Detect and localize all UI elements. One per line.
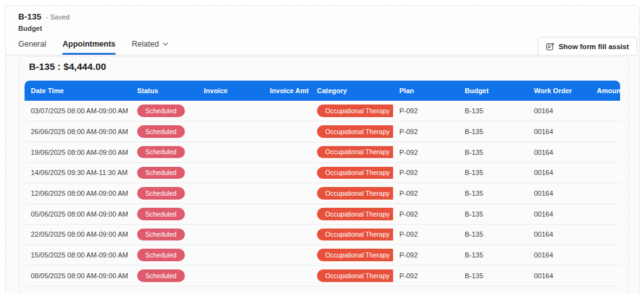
column-header-invoice-amt[interactable]: Invoice Amt (264, 81, 311, 101)
cell-amount (591, 224, 620, 245)
cell-budget: B-135 (458, 245, 528, 266)
cell-work-order: 00164 (528, 266, 591, 286)
cell-date-time: 14/06/2025 09:30 AM-11:30 AM (25, 162, 131, 183)
cell-plan: P-092 (393, 245, 458, 266)
status-badge: Scheduled (137, 125, 185, 138)
cell-date-time: 05/06/2025 08:00 AM-09:00 AM (25, 203, 131, 224)
column-header-budget[interactable]: Budget (458, 81, 528, 101)
status-badge: Scheduled (137, 249, 185, 261)
category-badge: Occupational Therapy (317, 269, 393, 282)
cell-invoice (197, 101, 264, 122)
column-header-work-order[interactable]: Work Order (528, 81, 591, 101)
category-badge: Occupational Therapy (317, 249, 393, 261)
cell-work-order: 00164 (528, 203, 591, 224)
category-badge: Occupational Therapy (317, 125, 393, 138)
cell-category: Occupational Therapy (311, 101, 393, 122)
column-header-date-time[interactable]: Date Time (25, 81, 131, 101)
table-row[interactable]: 22/05/2025 08:00 AM-09:00 AM Scheduled O… (25, 224, 620, 245)
tab-general-label: General (18, 40, 46, 48)
cell-date-time: 15/05/2025 08:00 AM-09:00 AM (25, 245, 131, 266)
cell-invoice (197, 162, 264, 183)
table-row[interactable]: 26/06/2025 08:00 AM-09:00 AM Scheduled O… (25, 122, 620, 142)
table-row[interactable]: 15/05/2025 08:00 AM-09:00 AM Scheduled O… (25, 245, 620, 266)
table-row[interactable]: 12/06/2025 08:00 AM-09:00 AM Scheduled O… (25, 183, 620, 204)
cell-category: Occupational Therapy (311, 122, 393, 142)
cell-invoice-amt (264, 245, 311, 266)
column-header-invoice[interactable]: Invoice (197, 81, 264, 101)
entity-label: Budget (18, 25, 42, 32)
cell-category: Occupational Therapy (311, 224, 393, 245)
cell-amount (591, 266, 620, 286)
appointments-section: B-135 : $4,444.00 Date Time Status Invoi… (19, 56, 629, 294)
status-badge: Scheduled (137, 187, 185, 200)
table-row[interactable]: 03/07/2025 08:00 AM-09:00 AM Scheduled O… (25, 101, 620, 122)
cell-budget: B-135 (458, 266, 528, 286)
category-badge: Occupational Therapy (317, 167, 393, 179)
appointments-table: Date Time Status Invoice Invoice Amt Cat… (25, 81, 620, 286)
status-badge: Scheduled (137, 269, 185, 282)
cell-work-order: 00164 (528, 183, 591, 204)
cell-date-time: 22/05/2025 08:00 AM-09:00 AM (25, 224, 131, 245)
cell-invoice-amt (264, 122, 311, 142)
cell-status: Scheduled (131, 183, 197, 204)
show-form-fill-assist-button[interactable]: Show form fill assist (538, 37, 637, 55)
table-row[interactable]: 08/05/2025 08:00 AM-09:00 AM Scheduled O… (25, 266, 620, 286)
column-header-category[interactable]: Category (311, 81, 393, 101)
cell-work-order: 00164 (528, 101, 591, 122)
cell-amount (591, 162, 620, 183)
cell-amount (591, 142, 620, 162)
table-row[interactable]: 05/06/2025 08:00 AM-09:00 AM Scheduled O… (25, 203, 620, 224)
cell-amount (591, 101, 620, 122)
cell-amount (591, 122, 620, 142)
tab-related-label: Related (132, 40, 159, 48)
cell-category: Occupational Therapy (311, 162, 393, 183)
cell-invoice (197, 266, 264, 286)
category-badge: Occupational Therapy (317, 229, 393, 241)
cell-budget: B-135 (458, 101, 528, 122)
cell-status: Scheduled (131, 203, 197, 224)
table-row[interactable]: 19/06/2025 08:00 AM-09:00 AM Scheduled O… (25, 142, 620, 162)
cell-amount (591, 183, 620, 204)
column-header-status[interactable]: Status (131, 81, 197, 101)
cell-plan: P-092 (393, 183, 458, 204)
tab-general[interactable]: General (18, 37, 46, 55)
category-badge: Occupational Therapy (317, 187, 393, 200)
cell-status: Scheduled (131, 266, 197, 286)
cell-invoice-amt (264, 224, 311, 245)
title-line: B-135 - Saved (18, 12, 70, 21)
cell-plan: P-092 (393, 142, 458, 162)
cell-category: Occupational Therapy (311, 142, 393, 162)
status-badge: Scheduled (137, 146, 185, 159)
cell-plan: P-092 (393, 203, 458, 224)
column-header-amount[interactable]: Amount (591, 81, 620, 101)
table-row[interactable]: 14/06/2025 09:30 AM-11:30 AM Scheduled O… (25, 162, 620, 183)
cell-date-time: 26/06/2025 08:00 AM-09:00 AM (25, 122, 131, 142)
cell-invoice-amt (264, 101, 311, 122)
cell-invoice (197, 183, 264, 204)
tab-appointments[interactable]: Appointments (62, 37, 115, 55)
category-badge: Occupational Therapy (317, 146, 393, 159)
tab-content-area: B-135 : $4,444.00 Date Time Status Invoi… (6, 55, 639, 294)
column-header-plan[interactable]: Plan (393, 81, 458, 101)
cell-invoice (197, 245, 264, 266)
cell-date-time: 19/06/2025 08:00 AM-09:00 AM (25, 142, 131, 162)
cell-invoice-amt (264, 162, 311, 183)
cell-plan: P-092 (393, 101, 458, 122)
status-badge: Scheduled (137, 208, 185, 220)
tab-related[interactable]: Related (132, 37, 169, 55)
cell-category: Occupational Therapy (311, 183, 393, 204)
cell-invoice (197, 224, 264, 245)
cell-date-time: 08/05/2025 08:00 AM-09:00 AM (25, 266, 131, 286)
form-fill-assist-icon (546, 42, 555, 51)
cell-work-order: 00164 (528, 245, 591, 266)
cell-budget: B-135 (458, 183, 528, 204)
cell-invoice-amt (264, 183, 311, 204)
cell-work-order: 00164 (528, 162, 591, 183)
cell-plan: P-092 (393, 122, 458, 142)
cell-work-order: 00164 (528, 142, 591, 162)
tab-appointments-label: Appointments (62, 40, 115, 48)
cell-invoice (197, 122, 264, 142)
status-badge: Scheduled (137, 105, 185, 117)
save-status: - Saved (46, 13, 70, 21)
chevron-down-icon (162, 41, 169, 47)
